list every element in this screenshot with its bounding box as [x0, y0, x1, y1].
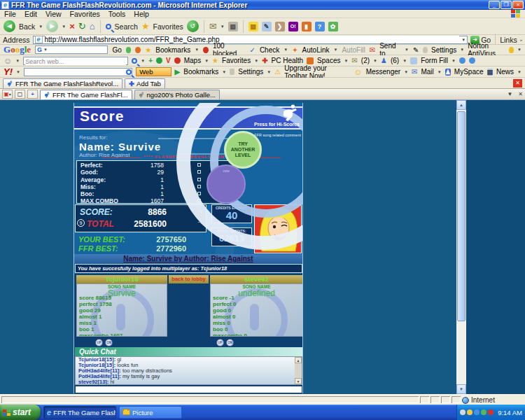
scroll-down-icon[interactable]: ▼: [456, 384, 466, 394]
compose-icon[interactable]: ✎: [262, 22, 272, 31]
try-another-level-button[interactable]: TRY ANOTHER LEVEL: [224, 131, 262, 169]
tabrow-dropdown-icon[interactable]: ▼: [507, 91, 512, 97]
menu-tools[interactable]: Tools: [108, 10, 126, 18]
msn-butterfly-icon[interactable]: V: [166, 57, 171, 64]
favorites-star-icon[interactable]: ★: [141, 21, 150, 31]
msn-spaces[interactable]: Spaces: [317, 57, 340, 64]
msn-search-input[interactable]: [25, 58, 126, 65]
chat-scroll-down-icon[interactable]: ▼: [295, 378, 302, 384]
new-tab-icon[interactable]: +: [27, 90, 38, 99]
scroll-up-icon[interactable]: ▲: [456, 100, 466, 110]
menu-help[interactable]: Help: [134, 10, 149, 18]
spellcheck-icon[interactable]: ✓: [249, 46, 255, 54]
tab-ffr-active[interactable]: FFR The Game FlashFl...: [40, 90, 132, 99]
yahoo-search-input[interactable]: [24, 69, 126, 76]
myspace-link[interactable]: MySpace: [454, 68, 484, 76]
msn-pc-health[interactable]: PC Health: [272, 57, 304, 64]
google-check[interactable]: Check: [260, 46, 279, 54]
help-globe-icon[interactable]: ?: [315, 22, 325, 31]
tray-icon-1[interactable]: [460, 410, 465, 415]
yahoo-settings[interactable]: Settings: [238, 68, 263, 76]
msn-blue-icon2[interactable]: [469, 57, 475, 64]
address-dropdown-icon[interactable]: ▼: [461, 38, 465, 42]
start-button[interactable]: start: [0, 405, 41, 420]
up-icon[interactable]: UP: [95, 339, 103, 346]
yahoo-messenger[interactable]: Messenger: [366, 68, 400, 76]
press-hiscores-button[interactable]: Press for Hi-Scores: [254, 122, 300, 127]
restore-button[interactable]: ❐: [500, 1, 512, 9]
msn-green-icon[interactable]: [156, 57, 162, 64]
refresh-icon[interactable]: ↻: [78, 21, 86, 31]
menu-view[interactable]: View: [46, 10, 62, 18]
minimize-button[interactable]: _: [489, 1, 500, 9]
stop-icon[interactable]: ×: [69, 21, 75, 31]
tab-photo-gallery[interactable]: ngo200's Photo Galle...: [134, 90, 220, 99]
google-search-box[interactable]: G▼: [35, 46, 108, 54]
mail-dropdown-icon[interactable]: ▼: [220, 24, 225, 29]
yahoo-news[interactable]: News: [496, 68, 514, 76]
back-dropdown-icon[interactable]: ▼: [38, 24, 43, 29]
tab-ffr-row1[interactable]: FFR The Game FlashFlashRevol...: [3, 78, 122, 88]
search-label[interactable]: Search: [115, 22, 138, 31]
google-bookmarks-star-icon[interactable]: ★: [145, 46, 151, 54]
messenger-note-icon[interactable]: ▤: [248, 22, 258, 31]
quick-tabs-icon[interactable]: ▣▾: [2, 90, 13, 99]
icq-flower-icon[interactable]: ✿: [328, 22, 338, 31]
replay-badge-icon[interactable]: 9: [77, 219, 85, 227]
media-icon[interactable]: ▮: [302, 22, 312, 31]
autolink-icon[interactable]: ✦: [292, 46, 298, 54]
tray-icon-3[interactable]: [474, 410, 479, 415]
forward-dropdown-icon[interactable]: ▼: [62, 24, 66, 29]
on-icon[interactable]: ON: [105, 339, 113, 346]
home-icon[interactable]: ⌂: [90, 21, 95, 31]
up-icon[interactable]: UP: [216, 339, 224, 346]
taskbar-clock[interactable]: 9:14 AM: [498, 409, 522, 416]
taskbar-task-ffr[interactable]: eFFR The Game FlashF...: [43, 406, 116, 419]
msn-favorites[interactable]: Favorites: [222, 57, 251, 64]
add-tab-button[interactable]: ✚Add Tab: [125, 78, 165, 88]
menu-favorites[interactable]: Favorites: [70, 10, 100, 18]
msn-search-icon[interactable]: [132, 58, 137, 64]
tray-icon-2[interactable]: [467, 410, 472, 415]
vote-orb-button[interactable]: vote: [206, 164, 246, 204]
menu-edit[interactable]: Edit: [24, 10, 37, 18]
google-autolink[interactable]: AutoLink: [302, 46, 330, 54]
print-icon[interactable]: ▤: [228, 22, 238, 31]
highlighter-icon[interactable]: ✎: [413, 46, 419, 54]
tabrow-close-icon[interactable]: ✕: [518, 91, 523, 97]
mail-icon[interactable]: ✉: [209, 21, 217, 31]
bird-icon[interactable]: ❯: [275, 22, 285, 31]
yahoo-messenger-icon[interactable]: O!: [288, 22, 298, 31]
tray-icon-4[interactable]: [481, 410, 486, 415]
msn-smiley-icon[interactable]: ☺: [4, 56, 12, 66]
yahoo-mail[interactable]: Mail: [421, 68, 433, 76]
plus-icon[interactable]: +: [148, 57, 153, 64]
yahoo-bookmarks[interactable]: Bookmarks: [183, 68, 218, 76]
google-go[interactable]: Go: [112, 46, 121, 54]
taskbar-task-picture[interactable]: Picture: [119, 406, 182, 419]
msn-mail-count[interactable]: (2): [361, 57, 370, 64]
favorites-label[interactable]: Favorites: [153, 22, 183, 31]
chat-scroll-up-icon[interactable]: ▲: [295, 357, 302, 363]
search-icon[interactable]: [106, 24, 111, 29]
menu-file[interactable]: File: [4, 10, 16, 18]
on-icon[interactable]: ON: [226, 339, 234, 346]
msn-contacts-count[interactable]: (6): [391, 57, 399, 64]
links-chevron-icon[interactable]: »: [520, 38, 522, 42]
history-icon[interactable]: ↺: [187, 20, 199, 32]
tray-icon-5[interactable]: [488, 410, 493, 415]
settings-gear-icon[interactable]: [423, 47, 428, 53]
google-settings[interactable]: Settings: [431, 46, 456, 54]
close-tabbar-icon[interactable]: ✕: [513, 79, 522, 88]
scrollbar-thumb[interactable]: [457, 111, 465, 321]
popup-blocker-icon[interactable]: [203, 47, 209, 53]
msn-maps[interactable]: Maps: [184, 57, 201, 64]
forward-icon[interactable]: ▶: [46, 20, 58, 32]
yahoo-mag-icon[interactable]: [126, 69, 132, 75]
web-search-button[interactable]: Web Search: [136, 67, 171, 76]
sendto-icon[interactable]: ✉: [370, 46, 375, 54]
google-bookmarks[interactable]: Bookmarks: [155, 46, 190, 54]
close-button[interactable]: ×: [512, 1, 524, 9]
back-to-lobby-button[interactable]: back to lobby: [169, 275, 209, 284]
chat-input[interactable]: [75, 386, 302, 393]
